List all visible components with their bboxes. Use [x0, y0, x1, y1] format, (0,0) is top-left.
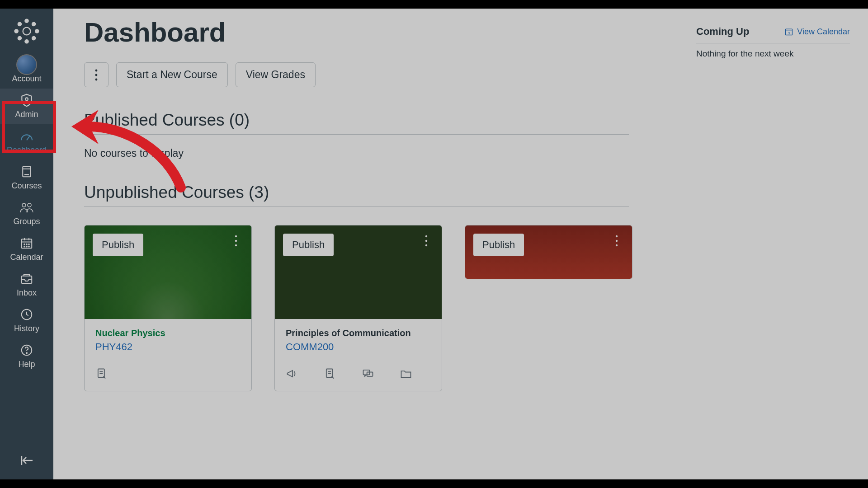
svg-rect-11 — [23, 167, 31, 177]
svg-point-35 — [235, 240, 237, 242]
course-grid: Publish Nuclear Physics PHY462 — [84, 225, 868, 391]
files-icon[interactable] — [400, 367, 412, 380]
calendar-small-icon: 3 — [784, 27, 793, 36]
calendar-icon — [20, 236, 33, 250]
assignments-icon[interactable] — [324, 367, 336, 380]
nav-account-label: Account — [12, 74, 41, 84]
nav-inbox[interactable]: Inbox — [0, 267, 53, 303]
speedometer-icon — [19, 129, 34, 143]
nav-calendar[interactable]: Calendar — [0, 231, 53, 267]
publish-button[interactable]: Publish — [473, 234, 524, 256]
svg-point-1 — [25, 19, 28, 23]
svg-point-40 — [425, 244, 427, 246]
course-card-options[interactable] — [417, 232, 435, 250]
course-card[interactable]: Publish Nuclear Physics PHY462 — [84, 225, 252, 391]
inbox-icon — [20, 272, 33, 286]
section-divider — [84, 134, 629, 135]
svg-point-46 — [616, 244, 618, 246]
dashboard-options-button[interactable] — [84, 62, 108, 87]
svg-point-15 — [28, 203, 31, 207]
publish-button[interactable]: Publish — [283, 234, 334, 256]
more-vertical-icon — [615, 235, 618, 247]
view-calendar-link[interactable]: 3 View Calendar — [784, 27, 850, 37]
svg-point-24 — [26, 246, 27, 247]
course-name[interactable]: Nuclear Physics — [95, 328, 241, 338]
course-name[interactable]: Principles of Communication — [286, 328, 431, 338]
course-code[interactable]: PHY462 — [95, 341, 241, 353]
unpublished-courses-heading: Unpublished Courses (3) — [84, 183, 868, 202]
nav-groups[interactable]: Groups — [0, 196, 53, 231]
svg-point-36 — [235, 244, 237, 246]
nav-help[interactable]: Help — [0, 338, 53, 374]
clock-icon — [20, 308, 33, 321]
start-course-button[interactable]: Start a New Course — [116, 62, 228, 87]
dashboard-actions: Start a New Course View Grades — [84, 62, 868, 87]
svg-point-2 — [25, 40, 28, 43]
assignments-icon[interactable] — [95, 367, 108, 380]
avatar-icon — [16, 58, 37, 71]
nav-admin-label: Admin — [15, 110, 38, 119]
nav-history[interactable]: History — [0, 303, 53, 338]
published-empty-message: No courses to display — [84, 147, 868, 160]
discussions-icon[interactable] — [362, 367, 374, 380]
svg-point-38 — [425, 235, 427, 237]
svg-point-31 — [95, 69, 98, 71]
course-card-options[interactable] — [227, 232, 245, 250]
nav-courses-label: Courses — [11, 181, 42, 191]
view-calendar-label: View Calendar — [797, 27, 850, 37]
nav-inbox-label: Inbox — [17, 288, 37, 298]
coming-up-empty: Nothing for the next week — [696, 49, 850, 59]
nav-courses[interactable]: Courses — [0, 160, 53, 196]
announcements-icon[interactable] — [286, 367, 298, 380]
svg-point-6 — [32, 23, 35, 26]
global-nav-sidebar: Account Admin Dashboard — [0, 9, 53, 479]
svg-text:3: 3 — [788, 31, 790, 35]
svg-point-14 — [22, 203, 26, 207]
svg-point-7 — [18, 37, 21, 40]
svg-point-20 — [24, 244, 25, 245]
coming-up-panel: Coming Up 3 View Calendar Nothing for th… — [696, 26, 850, 59]
shield-icon — [19, 94, 34, 107]
nav-groups-label: Groups — [13, 217, 40, 226]
course-card-options[interactable] — [608, 232, 626, 250]
more-vertical-icon — [234, 235, 238, 247]
svg-point-23 — [24, 246, 25, 247]
course-card-image: Publish — [85, 225, 251, 319]
book-icon — [20, 165, 33, 178]
course-card[interactable]: Publish Principles of Communication COMM… — [274, 225, 442, 391]
course-code[interactable]: COMM200 — [286, 341, 431, 353]
question-icon — [20, 343, 33, 357]
nav-dashboard[interactable]: Dashboard — [0, 124, 53, 160]
more-vertical-icon — [94, 69, 98, 81]
svg-point-32 — [95, 74, 98, 76]
canvas-logo[interactable] — [13, 18, 40, 45]
svg-point-39 — [425, 240, 427, 242]
nav-history-label: History — [14, 324, 39, 333]
nav-account[interactable]: Account — [0, 53, 53, 89]
nav-dashboard-label: Dashboard — [7, 145, 47, 155]
view-grades-button[interactable]: View Grades — [236, 62, 316, 87]
people-icon — [19, 201, 34, 214]
svg-rect-41 — [326, 369, 333, 378]
svg-point-25 — [28, 246, 29, 247]
coming-up-heading: Coming Up — [696, 26, 749, 38]
letterbox-top — [0, 0, 868, 9]
svg-line-10 — [27, 136, 30, 140]
more-vertical-icon — [425, 235, 428, 247]
nav-calendar-label: Calendar — [10, 253, 43, 262]
course-card[interactable]: Publish — [465, 225, 632, 279]
svg-point-45 — [616, 240, 618, 242]
publish-button[interactable]: Publish — [93, 234, 143, 256]
svg-point-8 — [32, 37, 35, 40]
letterbox-bottom — [0, 479, 868, 488]
nav-admin[interactable]: Admin — [0, 89, 53, 124]
svg-point-44 — [616, 235, 618, 237]
svg-rect-37 — [98, 369, 104, 378]
svg-point-9 — [25, 98, 28, 100]
svg-point-22 — [28, 244, 29, 245]
svg-point-29 — [26, 352, 27, 353]
nav-collapse[interactable] — [0, 449, 53, 474]
svg-point-34 — [235, 235, 237, 237]
course-card-image: Publish — [275, 225, 442, 319]
svg-point-33 — [95, 78, 98, 80]
